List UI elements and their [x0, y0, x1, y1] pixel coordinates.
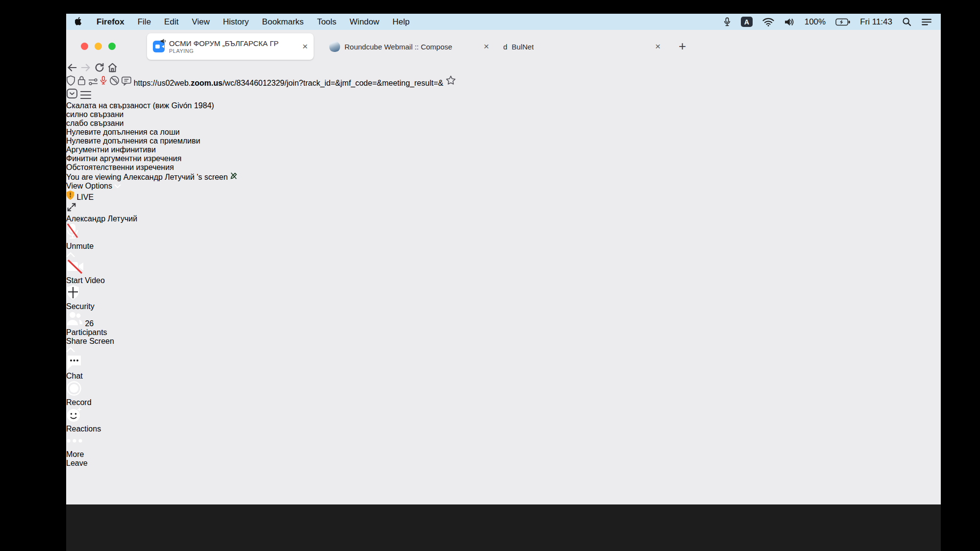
- menubar-app-name[interactable]: Firefox: [97, 17, 124, 27]
- bookmark-star-icon[interactable]: [445, 79, 456, 87]
- firefox-window: ОСМИ ФОРУМ „БЪЛГАРСКА ГР PLAYING × Round…: [66, 30, 941, 504]
- participants-button[interactable]: 26 Participants: [66, 311, 941, 337]
- minimize-window-button[interactable]: [95, 43, 102, 50]
- share-options-chevron[interactable]: [66, 346, 941, 355]
- back-button[interactable]: [66, 66, 80, 74]
- leave-button[interactable]: Leave: [66, 459, 941, 468]
- menu-history[interactable]: History: [223, 17, 249, 27]
- bulnet-tab-icon: d: [503, 43, 507, 51]
- share-screen-button[interactable]: Share Screen: [66, 337, 941, 346]
- spotlight-search-icon[interactable]: [902, 17, 911, 26]
- lock-icon[interactable]: [77, 79, 88, 87]
- battery-icon[interactable]: [835, 18, 850, 26]
- permissions-icon[interactable]: [88, 79, 100, 87]
- presentation-slide: Скалата на свързаност (виж Givón 1984) с…: [66, 101, 941, 172]
- start-video-button[interactable]: Start Video: [66, 260, 941, 285]
- tab-close-icon[interactable]: ×: [655, 41, 661, 52]
- participant-video-panel[interactable]: Александр Летучий: [66, 215, 941, 223]
- slide-column-3: Обстоятелственни изречения: [66, 163, 941, 172]
- macos-menubar: Firefox File Edit View History Bookmarks…: [66, 14, 941, 30]
- reactions-button[interactable]: Reactions: [66, 407, 941, 433]
- menu-file[interactable]: File: [138, 17, 151, 27]
- zoom-toolbar: Unmute Start Video: [66, 223, 941, 468]
- slide-weak-label: слабо свързани: [66, 119, 941, 128]
- presenter-name: Александр Летучий: [123, 173, 195, 181]
- camera-blocked-icon[interactable]: [109, 79, 122, 87]
- battery-percent: 100%: [805, 17, 826, 27]
- wifi-icon[interactable]: [762, 18, 774, 26]
- notification-center-icon[interactable]: [921, 18, 932, 26]
- menu-tools[interactable]: Tools: [317, 17, 337, 27]
- new-tab-button[interactable]: +: [679, 39, 686, 54]
- tab-bar: ОСМИ ФОРУМ „БЪЛГАРСКА ГР PLAYING × Round…: [66, 30, 941, 62]
- slide-strong-note: Нулевите допълнения са лоши: [66, 128, 941, 137]
- pocket-icon[interactable]: [66, 93, 80, 101]
- reload-button[interactable]: [94, 66, 107, 74]
- view-options-button[interactable]: View Options: [66, 182, 941, 191]
- slide-weak-note: Нулевите допълнения са приемливи: [66, 137, 941, 145]
- macos-screen: Firefox File Edit View History Bookmarks…: [66, 14, 941, 551]
- window-controls: [81, 43, 116, 50]
- url-text: https://us02web.zoom.us/wc/83446012329/j…: [134, 79, 443, 87]
- menu-edit[interactable]: Edit: [164, 17, 178, 27]
- tab-close-icon[interactable]: ×: [484, 41, 489, 52]
- tab-close-icon[interactable]: ×: [302, 41, 308, 52]
- record-button[interactable]: Record: [66, 381, 941, 407]
- fullscreen-button[interactable]: [66, 202, 941, 215]
- menu-view[interactable]: View: [192, 17, 210, 27]
- tracking-protection-shield-icon[interactable]: [66, 79, 77, 87]
- url-input[interactable]: https://us02web.zoom.us/wc/83446012329/j…: [66, 75, 941, 88]
- slide-column-2: Финитни аргументни изречения: [66, 154, 941, 163]
- navigation-toolbar: https://us02web.zoom.us/wc/83446012329/j…: [66, 62, 941, 101]
- forward-button[interactable]: [80, 66, 94, 74]
- apple-menu-icon[interactable]: [75, 17, 83, 27]
- menubar-clock[interactable]: Fri 11:43: [860, 17, 892, 27]
- page-message-icon[interactable]: [122, 79, 133, 87]
- unmute-button[interactable]: Unmute: [66, 223, 941, 251]
- live-badge: LIVE: [76, 193, 94, 201]
- menu-window[interactable]: Window: [350, 17, 379, 27]
- tab-bulnet[interactable]: d BulNet ×: [497, 33, 666, 60]
- annotate-disabled-icon: [230, 173, 238, 181]
- security-button[interactable]: Security: [66, 285, 941, 311]
- volume-icon[interactable]: [784, 18, 795, 26]
- viewing-banner: You are viewing Александр Летучий 's scr…: [66, 172, 941, 182]
- slide-column-1: Аргументни инфинитиви: [66, 145, 941, 154]
- tab-title: ОСМИ ФОРУМ „БЪЛГАРСКА ГР: [169, 39, 279, 48]
- mic-active-icon[interactable]: [100, 79, 109, 87]
- participants-count-badge: 26: [85, 319, 94, 328]
- zoom-meeting-view: Скалата на свързаност (виж Givón 1984) с…: [66, 101, 941, 468]
- tab-roundcube[interactable]: Roundcube Webmail :: Compose ×: [323, 33, 495, 60]
- tab-title: BulNet: [512, 43, 534, 51]
- close-window-button[interactable]: [81, 43, 88, 50]
- zoom-window-button[interactable]: [108, 43, 116, 50]
- home-button[interactable]: [107, 66, 118, 74]
- zoom-tab-icon: [153, 41, 165, 52]
- chat-button[interactable]: Chat: [66, 355, 941, 381]
- more-button[interactable]: More: [66, 433, 941, 459]
- menu-help[interactable]: Help: [392, 17, 410, 27]
- tab-zoom-meeting[interactable]: ОСМИ ФОРУМ „БЪЛГАРСКА ГР PLAYING ×: [147, 33, 314, 60]
- shared-screen: Скалата на свързаност (виж Givón 1984) с…: [66, 101, 941, 172]
- participant-name-tag: Александр Летучий: [66, 215, 941, 223]
- screenshot-stage: Firefox File Edit View History Bookmarks…: [0, 0, 980, 551]
- participant-video: Александр Летучий: [66, 215, 941, 223]
- roundcube-tab-icon: [329, 41, 340, 52]
- audio-options-chevron[interactable]: [66, 251, 941, 260]
- encryption-shield-icon[interactable]: [66, 193, 76, 201]
- slide-strong-label: силно свързани: [66, 110, 941, 119]
- app-menu-icon[interactable]: [80, 93, 92, 101]
- input-source-icon[interactable]: A: [741, 17, 753, 27]
- tab-playing-indicator[interactable]: PLAYING: [169, 48, 279, 54]
- mic-in-use-icon[interactable]: [723, 17, 731, 27]
- slide-title: Скалата на свързаност (виж Givón 1984): [66, 101, 941, 110]
- tab-title: Roundcube Webmail :: Compose: [344, 43, 452, 51]
- menu-bookmarks[interactable]: Bookmarks: [262, 17, 304, 27]
